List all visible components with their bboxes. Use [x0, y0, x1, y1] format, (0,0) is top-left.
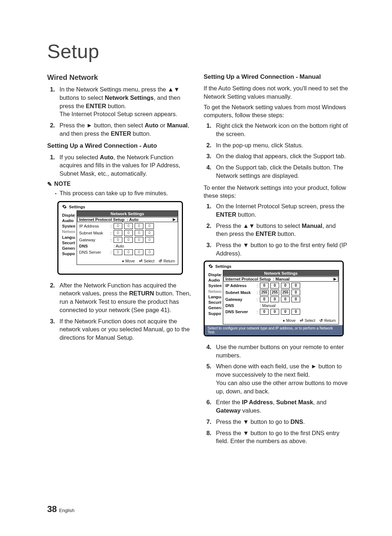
- enter-icon: ⏎: [139, 259, 142, 263]
- sidebar-item[interactable]: Security: [62, 240, 75, 246]
- enter-steps-1-3: On the Internet Protocol Setup screen, p…: [204, 202, 348, 258]
- sidebar-item[interactable]: System: [62, 224, 75, 229]
- list-item: If the Network Function does not acquire…: [57, 317, 192, 342]
- note-icon: ✎: [47, 181, 52, 188]
- list-item: In the Network Settings menu, press the …: [57, 85, 192, 118]
- left-column: Wired Network In the Network Settings me…: [47, 73, 192, 448]
- list-item: On the dialog that appears, click the Su…: [213, 152, 348, 160]
- note-label: NOTE: [54, 181, 71, 187]
- sidebar-tabs: Display Audio System Network Language Se…: [62, 210, 75, 265]
- protocol-setup-select[interactable]: Internet Protocol Setup : Auto ▶: [77, 217, 177, 222]
- windows-steps: Right click the Network icon on the bott…: [204, 122, 348, 180]
- hint-bar: ♦Move ⏎Select ↺Return: [223, 317, 339, 324]
- wired-steps-intro: In the Network Settings menu, press the …: [47, 85, 192, 138]
- auto-steps-1: If you selected Auto, the Network Functi…: [47, 153, 192, 178]
- return-icon: ↺: [319, 318, 323, 323]
- manual-intro1: If the Auto Setting does not work, you'l…: [204, 84, 348, 101]
- list-item: After the Network Function has acquired …: [57, 281, 192, 314]
- return-icon: ↺: [159, 259, 162, 263]
- dns-row: DNS : Auto: [79, 244, 176, 248]
- list-item: Press the ▲▼ buttons to select Manual, a…: [213, 222, 348, 238]
- hint-bar: ♦Move ⏎Select ↺Return: [77, 257, 178, 265]
- list-item: On the Support tab, click the Details bu…: [213, 163, 348, 180]
- list-item: Press the ▼ button to go to DNS.: [213, 418, 348, 426]
- list-item: Press the ▼ button to go to the first DN…: [213, 429, 348, 446]
- gateway-row: Gateway: 0000: [79, 237, 176, 243]
- sidebar-item[interactable]: Display: [208, 272, 221, 278]
- list-item: Press the ► button, then select Auto or …: [57, 121, 192, 138]
- gear-icon: [208, 264, 213, 269]
- sidebar-item[interactable]: Language: [62, 235, 75, 240]
- ip-address-row[interactable]: IP Address: 0000: [225, 283, 337, 289]
- settings-dialog-auto: Settings Display Audio System Network La…: [57, 201, 183, 275]
- sidebar-item[interactable]: General: [62, 246, 75, 251]
- list-item: Enter the IP Address, Subnet Mask, and G…: [213, 398, 348, 415]
- updown-icon: ♦: [283, 318, 285, 323]
- note-row: ✎ NOTE: [47, 181, 192, 188]
- manual-intro2: To get the Network setting values from m…: [204, 103, 348, 120]
- status-strip: Select to configure your network type an…: [205, 325, 343, 335]
- sidebar-item[interactable]: Support: [62, 251, 75, 257]
- ip-address-row: IP Address: 0000: [79, 223, 176, 229]
- dns-server-row[interactable]: DNS Server: 0000: [225, 309, 337, 315]
- manual-mid: To enter the Network settings into your …: [204, 184, 348, 200]
- enter-steps-4-8: Use the number buttons on your remote to…: [204, 343, 348, 445]
- chevron-right-icon: ▶: [334, 277, 336, 281]
- right-column: Setting Up a Wired Connection - Manual I…: [204, 73, 348, 448]
- footer-language: English: [59, 508, 75, 513]
- subnet-mask-row[interactable]: Subnet Mask: 2552552550: [225, 290, 337, 295]
- sidebar-item[interactable]: Security: [208, 300, 221, 305]
- sidebar-item[interactable]: Audio: [208, 278, 221, 283]
- dialog-title: Settings: [215, 264, 232, 269]
- sidebar-tabs: Display Audio System Network Language Se…: [208, 270, 221, 324]
- note-text: This process can take up to five minutes…: [60, 189, 168, 197]
- list-item: In the pop-up menu, click Status.: [213, 141, 348, 150]
- gateway-row[interactable]: Gateway: 0000: [225, 296, 337, 302]
- sidebar-item[interactable]: General: [208, 305, 221, 311]
- page-number: 38: [47, 504, 57, 514]
- manual-subheading: Setting Up a Wired Connection - Manual: [204, 73, 348, 81]
- sidebar-item[interactable]: Network: [62, 229, 75, 234]
- sidebar-item[interactable]: Audio: [62, 218, 75, 224]
- gear-icon: [62, 204, 67, 210]
- settings-dialog-manual: Settings Display Audio System Network La…: [204, 261, 344, 336]
- list-item: On the Internet Protocol Setup screen, p…: [213, 202, 348, 219]
- wired-network-heading: Wired Network: [47, 73, 192, 82]
- footer: 38 English: [47, 504, 74, 514]
- auto-steps-2-3: After the Network Function has acquired …: [47, 281, 192, 342]
- sidebar-item[interactable]: Network: [208, 289, 221, 294]
- sidebar-item[interactable]: Language: [208, 294, 221, 300]
- list-item: Press the ▼ button to go to the first en…: [213, 241, 348, 258]
- dns-server-row: DNS Server: 0000: [79, 249, 176, 255]
- enter-icon: ⏎: [300, 318, 303, 323]
- note-bullet: This process can take up to five minutes…: [55, 189, 192, 197]
- list-item: Right click the Network icon on the bott…: [213, 122, 348, 138]
- sidebar-item[interactable]: Display: [62, 213, 75, 218]
- pane-title: Network Settings: [223, 270, 339, 276]
- protocol-setup-select[interactable]: Internet Protocol Setup : Manual ▶: [224, 277, 338, 282]
- page-title: Setup: [47, 40, 348, 62]
- pane-title: Network Settings: [77, 211, 178, 217]
- auto-subheading: Setting Up a Wired Connection - Auto: [47, 142, 192, 150]
- list-item: Use the number buttons on your remote to…: [213, 343, 348, 360]
- chevron-right-icon: ▶: [173, 217, 176, 221]
- sidebar-item[interactable]: Support: [208, 311, 221, 316]
- list-item: When done with each field, use the ► but…: [213, 362, 348, 395]
- list-item: If you selected Auto, the Network Functi…: [57, 153, 192, 178]
- dialog-title: Settings: [69, 205, 85, 209]
- dns-row: DNS : Manual: [225, 303, 337, 308]
- sidebar-item[interactable]: System: [208, 283, 221, 289]
- updown-icon: ♦: [122, 259, 124, 263]
- subnet-mask-row: Subnet Mask: 0000: [79, 230, 176, 236]
